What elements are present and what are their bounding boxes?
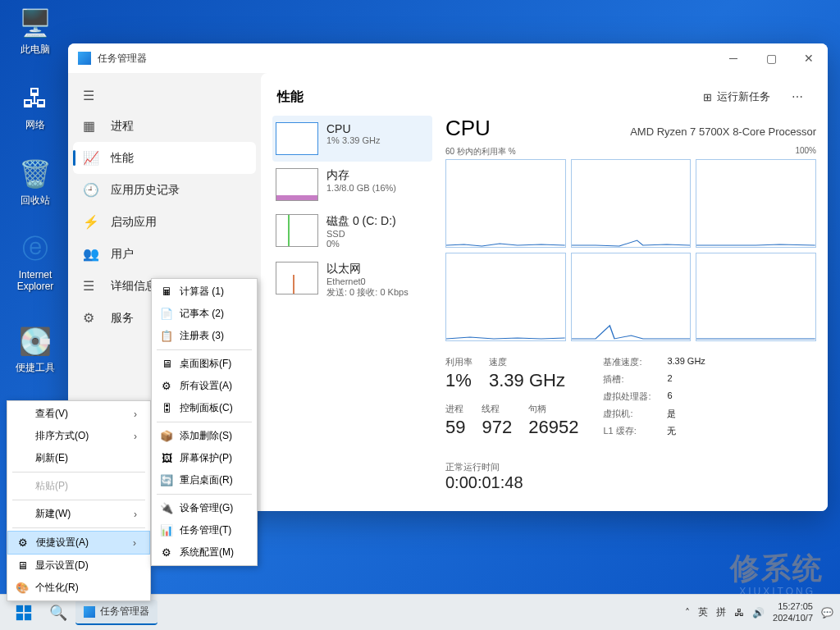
ctx-notepad[interactable]: 📄记事本 (2) [152,303,257,325]
notepad-icon: 📄 [158,308,175,320]
ctx-screensaver[interactable]: 🖼屏幕保护(P) [152,447,257,469]
ethernet-thumb-icon [276,262,318,294]
drive-icon: 💽 [19,325,52,358]
ctx-add-remove[interactable]: 📦添加删除(S) [152,425,257,447]
cpu-thumb-icon [276,122,318,155]
perf-item-disk[interactable]: 磁盘 0 (C: D:)SSD0% [272,208,432,255]
search-button[interactable]: 🔍 [41,599,75,627]
ctx-personalize[interactable]: 🎨个性化(R) [7,577,150,599]
svg-rect-1 [25,605,31,611]
ctx-device-manager[interactable]: 🔌设备管理(G) [152,497,257,519]
desktop-icon-network[interactable]: 🖧网络 [7,82,64,132]
svg-rect-0 [16,605,23,611]
ctx-control-panel[interactable]: 🎛控制面板(C) [152,397,257,419]
svg-rect-2 [16,613,23,619]
uptime-value: 0:00:01:48 [445,473,578,492]
start-button[interactable] [7,599,41,627]
detail-title: CPU [445,116,491,141]
desktop-icon-this-pc[interactable]: 🖥️此电脑 [7,7,64,57]
more-options-button[interactable]: ⋯ [785,87,811,107]
run-icon: ⊞ [703,91,712,103]
cpu-graphs[interactable] [445,159,816,341]
ctx-quick-settings[interactable]: ⚙便捷设置(A)› [7,531,150,555]
ctx-msconfig[interactable]: ⚙系统配置(M) [152,541,257,564]
package-icon: 📦 [158,430,175,442]
settings-icon: ⚙ [158,380,175,392]
ctx-sort[interactable]: 排序方式(O)› [7,425,150,447]
ctx-restart-desktop[interactable]: 🔄重启桌面(R) [152,469,257,491]
grid-icon: ▦ [83,118,99,134]
window-title: 任务管理器 [98,52,714,66]
gear-icon: ⚙ [83,310,99,326]
ctx-calculator[interactable]: 🖩计算器 (1) [152,281,257,303]
startup-icon: ⚡ [83,214,99,230]
nav-processes[interactable]: ▦进程 [68,110,261,142]
utilization-value: 1% [445,370,472,391]
nav-startup[interactable]: ⚡启动应用 [68,206,261,238]
desktop-icon-tools[interactable]: 💽便捷工具 [7,325,64,375]
ctx-desktop-icons[interactable]: 🖥桌面图标(F) [152,353,257,375]
perf-item-memory[interactable]: 内存1.3/8.0 GB (16%) [272,162,432,208]
perf-item-ethernet[interactable]: 以太网Ethernet0发送: 0 接收: 0 Kbps [272,255,432,305]
chevron-right-icon: › [116,537,136,549]
desktop-icon-recycle-bin[interactable]: 🗑️回收站 [7,158,64,208]
ctx-new[interactable]: 新建(W)› [7,503,150,525]
taskbar-clock[interactable]: 15:27:05 2024/10/7 [773,601,813,623]
minimize-button[interactable]: ─ [714,43,752,73]
main-panel: 性能 ⊞运行新任务 ⋯ CPU1% 3.39 GHz 内存1.3/8.0 GB … [261,73,828,511]
system-tray: ˄ 英 拼 🖧 🔊 15:27:05 2024/10/7 💬 [685,601,833,623]
screensaver-icon: 🖼 [158,452,175,464]
network-tray-icon[interactable]: 🖧 [734,607,744,619]
titlebar[interactable]: 任务管理器 ─ ▢ ✕ [68,43,828,73]
desktop-icon-ie[interactable]: ⓔInternet Explorer [7,233,64,292]
performance-detail: CPU AMD Ryzen 7 5700X 8-Core Processor 6… [441,116,816,500]
speed-value: 3.39 GHz [489,370,565,391]
network-icon: 🖧 [19,82,52,115]
brush-icon: 🎨 [14,582,30,594]
ctx-regedit[interactable]: 📋注册表 (3) [152,325,257,347]
ctx-refresh[interactable]: 刷新(E) [7,447,150,469]
search-icon: 🔍 [49,604,67,622]
chevron-right-icon: › [117,431,137,442]
ctx-display-settings[interactable]: 🖥显示设置(D) [7,555,150,577]
run-new-task-button[interactable]: ⊞运行新任务 [696,86,777,107]
hamburger-button[interactable]: ☰ [68,81,261,110]
control-panel-icon: 🎛 [158,402,175,414]
notifications-button[interactable]: 💬 [821,607,833,619]
ctx-all-settings[interactable]: ⚙所有设置(A) [152,375,257,397]
page-title: 性能 [277,89,696,106]
nav-users[interactable]: 👥用户 [68,238,261,270]
desktop-icon: 🖥 [158,358,175,370]
taskbar-task-manager[interactable]: 任务管理器 [75,600,158,625]
msconfig-icon: ⚙ [158,546,175,559]
calculator-icon: 🖩 [158,285,175,298]
perf-item-cpu[interactable]: CPU1% 3.39 GHz [272,116,432,162]
close-button[interactable]: ✕ [790,43,828,73]
handles-value: 26952 [528,417,578,438]
memory-thumb-icon [276,168,318,201]
history-icon: 🕘 [83,182,99,198]
volume-tray-icon[interactable]: 🔊 [752,607,765,619]
threads-value: 972 [482,417,512,438]
cpu-model: AMD Ryzen 7 5700X 8-Core Processor [630,126,816,138]
ctx-paste: 粘贴(P) [7,475,150,497]
nav-app-history[interactable]: 🕘应用历史记录 [68,174,261,206]
list-icon: ☰ [83,278,99,294]
device-icon: 🔌 [158,502,175,514]
maximize-button[interactable]: ▢ [752,43,790,73]
pc-icon: 🖥️ [19,7,52,39]
chevron-right-icon: › [117,409,137,420]
ime-indicator[interactable]: 英 [698,605,708,619]
svg-rect-3 [25,613,31,619]
registry-icon: 📋 [158,330,175,342]
ime-mode[interactable]: 拼 [716,605,726,619]
nav-performance[interactable]: 📈性能 [73,142,256,174]
ctx-task-manager[interactable]: 📊任务管理(T) [152,519,257,541]
ctx-view[interactable]: 查看(V)› [7,403,150,425]
desktop-context-menu: 查看(V)› 排序方式(O)› 刷新(E) 粘贴(P) 新建(W)› ⚙便捷设置… [7,400,151,601]
app-icon [78,52,91,65]
taskmgr-icon [84,606,95,618]
users-icon: 👥 [83,246,99,262]
tray-expand-button[interactable]: ˄ [685,607,690,619]
taskmgr-icon: 📊 [158,524,175,536]
